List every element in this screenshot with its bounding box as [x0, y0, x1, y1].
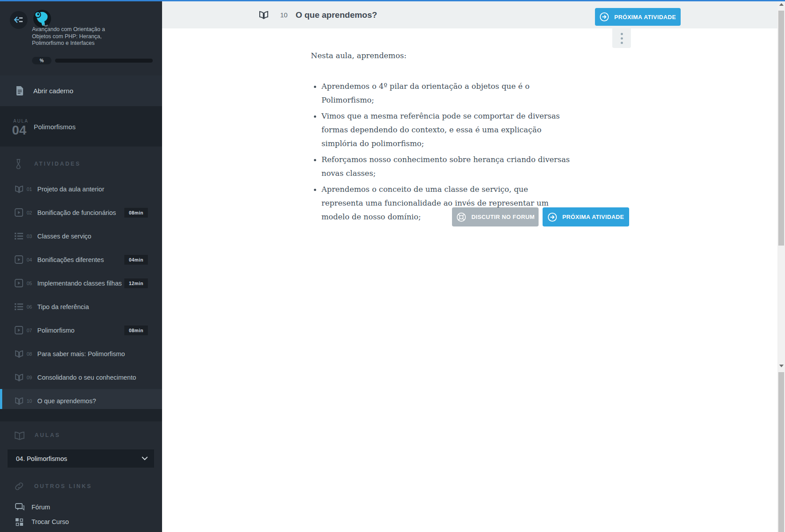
forum-wheel-icon: [456, 212, 467, 222]
lesson-bullet-list: Aprendemos o 4º pilar da orientação a ob…: [311, 79, 571, 224]
lesson-number: 04: [12, 123, 26, 138]
video-icon: [15, 208, 24, 217]
lesson-content: Nesta aula, aprendemos: Aprendemos o 4º …: [311, 49, 577, 226]
video-icon: [15, 279, 24, 287]
book-icon: [15, 350, 24, 358]
book-icon: [15, 373, 24, 381]
video-icon: [15, 326, 24, 334]
link-chain-icon: [14, 481, 24, 492]
video-icon: [15, 255, 24, 264]
duration-badge: 12min: [124, 278, 148, 288]
next-activity-button-top[interactable]: PRÓXIMA ATIVIDADE: [595, 8, 681, 26]
notebook-icon: [16, 86, 24, 95]
sidebar-link-trocar-curso[interactable]: Trocar Curso: [0, 515, 162, 529]
activities-section-header: ATIVIDADES: [0, 156, 162, 171]
vertical-scrollbar[interactable]: [777, 0, 785, 532]
activity-item-02[interactable]: 02 Bonificação de funcionários 08min: [0, 201, 162, 224]
lesson-select-value: 04. Polimorfismos: [16, 455, 142, 462]
more-options-button[interactable]: [612, 28, 631, 48]
progress-percent-badge: %: [32, 57, 52, 64]
activity-item-08[interactable]: 08 Para saber mais: Polimorfismo: [0, 342, 162, 365]
activity-item-09[interactable]: 09 Consolidando o seu conhecimento: [0, 365, 162, 389]
kebab-dot: [621, 37, 623, 40]
activity-number: 10: [280, 11, 288, 19]
activity-item-03[interactable]: 03 Classes de serviço: [0, 224, 162, 248]
outer-scrollbar-thumb[interactable]: [778, 372, 784, 532]
page-title: O que aprendemos?: [296, 10, 377, 20]
lesson-header: 10 O que aprendemos? PRÓXIMA ATIVIDADE: [162, 1, 777, 28]
other-links-section-header: OUTROS LINKS: [0, 480, 162, 493]
lesson-bullet: Reforçamos nosso conhecimento sobre hera…: [321, 153, 571, 180]
current-lesson-banner: AULA 04 Polimorfismos: [0, 106, 162, 147]
discuss-forum-button[interactable]: DISCUTIR NO FORUM: [452, 207, 539, 226]
open-notebook-label: Abrir caderno: [33, 87, 73, 95]
arrow-right-circle-icon: [547, 212, 557, 222]
aulas-section-header: AULAS: [0, 427, 162, 443]
activity-item-05[interactable]: 05 Implementando classes filhas 12min: [0, 271, 162, 295]
activity-item-07[interactable]: 07 Polimorfismo 08min: [0, 318, 162, 342]
duration-badge: 04min: [124, 255, 148, 265]
lesson-select-dropdown[interactable]: 04. Polimorfismos: [8, 449, 154, 468]
book-icon: [15, 397, 24, 405]
sidebar-link-forum[interactable]: Fórum: [0, 500, 162, 514]
kebab-dot: [621, 33, 623, 35]
scroll-down-arrow-icon[interactable]: [779, 365, 784, 367]
exercise-list-icon: [15, 232, 24, 240]
open-notebook-button[interactable]: Abrir caderno: [0, 75, 162, 106]
arrow-right-circle-icon: [599, 12, 609, 22]
activity-item-01[interactable]: 01 Projeto da aula anterior: [0, 177, 162, 201]
progress-bar: [55, 59, 153, 63]
chat-bubbles-icon: [15, 503, 25, 512]
activity-list-footer: [0, 409, 162, 421]
activity-item-06[interactable]: 06 Tipo da referência: [0, 295, 162, 318]
alura-course-page: Avançando com Orientação a Objetos com P…: [0, 0, 785, 532]
lesson-bullet: Aprendemos o 4º pilar da orientação a ob…: [321, 79, 571, 107]
book-icon: [15, 185, 24, 193]
activity-item-04[interactable]: 04 Bonificações diferentes 04min: [0, 248, 162, 271]
open-book-icon: [14, 431, 25, 440]
kebab-dot: [621, 42, 623, 44]
flask-icon: [16, 159, 24, 169]
lesson-main-area: 10 O que aprendemos? PRÓXIMA ATIVIDADE N…: [162, 0, 777, 532]
lesson-bullet: Vimos que a mesma referência pode se com…: [321, 109, 571, 151]
activity-list: 01 Projeto da aula anterior 02 Bonificaç…: [0, 177, 162, 413]
lesson-title: Polimorfismos: [34, 123, 75, 131]
course-progress: %: [32, 56, 153, 64]
course-sidebar: Avançando com Orientação a Objetos com P…: [0, 0, 162, 532]
top-accent-line: [0, 0, 785, 1]
lesson-intro-text: Nesta aula, aprendemos:: [311, 49, 577, 63]
reading-book-icon: [259, 11, 269, 19]
next-activity-button-bottom[interactable]: PRÓXIMA ATIVIDADE: [543, 207, 629, 226]
grid-squares-icon: [15, 518, 25, 526]
exercise-list-icon: [15, 303, 24, 310]
collapse-sidebar-button[interactable]: [10, 11, 28, 29]
chevron-down-icon: [142, 457, 148, 461]
scrollbar-thumb[interactable]: [778, 11, 784, 246]
course-title: Avançando com Orientação a Objetos com P…: [32, 26, 116, 47]
collapse-arrow-icon: [14, 16, 24, 24]
scroll-up-arrow-icon[interactable]: [779, 3, 784, 6]
duration-badge: 08min: [124, 208, 148, 218]
duration-badge: 08min: [124, 326, 148, 335]
